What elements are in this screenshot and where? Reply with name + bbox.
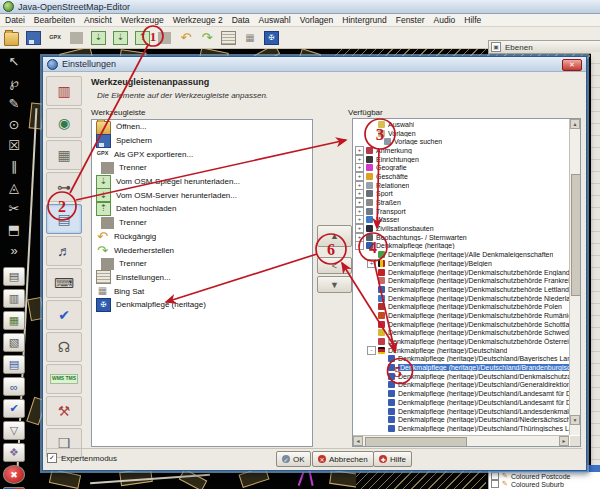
validator-panel-toggle-icon[interactable]: ✔ [3,399,25,418]
tree-row[interactable]: + Wasser [354,216,569,225]
ok-button[interactable]: ✓ OK [276,451,311,467]
osm-data-settings-icon[interactable]: ⊶ [46,172,82,202]
expander-icon[interactable]: + [355,207,364,216]
tree-row[interactable]: Denkmalpflege (heritage)/Deutschland/Lan… [354,398,569,407]
move-down-button[interactable]: ▼ [317,276,352,293]
toolbar-item-open[interactable]: Öffnen... [92,120,312,134]
style-checkbox[interactable] [491,472,499,480]
extrude-tool-icon[interactable]: ⬒ [3,219,25,239]
menu-item[interactable]: Ansicht [84,15,112,25]
tree-row[interactable]: + Relationen [354,181,569,190]
display-settings-icon[interactable]: ▥ [46,76,82,106]
expander-icon[interactable]: - [367,346,376,355]
tree-row[interactable]: Denkmalpflege (heritage)/Denkmalschutzbe… [354,311,569,320]
tree-row[interactable]: Denkmalpflege (heritage)/Deutschland/Bra… [354,363,569,372]
expander-icon[interactable]: + [355,189,364,198]
expander-icon[interactable]: + [355,198,364,207]
scrollbar-thumb[interactable] [365,437,467,447]
menu-item[interactable]: Vorlagen [300,15,334,25]
relations-panel-toggle-icon[interactable]: ▧ [3,333,25,352]
toolbar-settings-icon[interactable]: ▤ [46,204,82,234]
menu-item[interactable]: Auswahl [259,15,291,25]
help-button[interactable]: ✚ Hilfe [373,451,412,467]
style-item[interactable]: ✎ Coloured Postcode [489,472,600,480]
vertical-scrollbar[interactable]: ▲ ▼ [569,119,580,435]
validator-settings-icon[interactable]: ✔ [46,300,82,330]
tree-row[interactable]: Denkmalpflege (heritage)/Denkmalschutzbe… [354,337,569,346]
collapse-icon[interactable]: ▣ [491,42,501,52]
toolbar-item-separator[interactable]: Trenner [92,161,312,175]
tree-row[interactable]: Denkmalpflege (heritage)/Denkmalschutzbe… [354,302,569,311]
menu-item[interactable]: Data [232,15,250,25]
scrollbar-thumb[interactable] [571,174,581,296]
toolbar-item-preferences[interactable]: Einstellungen... [92,271,312,285]
menu-item[interactable]: Werkzeuge [121,15,164,25]
lasso-tool-icon[interactable]: ℘ [3,72,25,92]
expander-icon[interactable]: + [355,181,364,190]
expander-icon[interactable]: + [367,259,376,268]
download-mirror-icon[interactable]: ⇣ [91,30,106,46]
redo-icon[interactable]: ↷ [200,30,214,46]
window-titlebar[interactable]: Java-OpenStreetMap-Editor [0,0,600,14]
imagery-settings-icon[interactable]: WMS TMS [46,364,82,394]
selection-panel-toggle-icon[interactable]: ▦ [3,311,25,330]
menu-item[interactable]: Hilfe [464,15,481,25]
tree-row[interactable]: Denkmalpflege (heritage)/Denkmalschutzbe… [354,276,569,285]
layers-panel-header[interactable]: ▣ Ebenen [488,40,600,54]
menu-item[interactable]: Hintergrund [342,15,386,25]
menu-item[interactable]: Fenster [396,15,425,25]
cancel-button[interactable]: ✕ Abbrechen [312,451,374,467]
expander-icon[interactable]: + [355,163,364,172]
error-indicator-icon[interactable]: ✖ [3,465,25,484]
tree-row[interactable]: Denkmalpflege (heritage)/Deutschland/Bay… [354,355,569,364]
toolbar-item-download-mirror[interactable]: ⇣ Vom OSM-Spiegel herunterladen... [92,175,312,189]
expander-icon[interactable]: + [355,155,364,164]
toolbar-item-heritage[interactable]: ✠ Denkmalpflege (heritage) [92,298,312,312]
tree-row[interactable]: Denkmalpflege (heritage)/Deutschland/Den… [354,372,569,381]
commands-panel-toggle-icon[interactable]: ▤ [3,355,25,374]
layers-panel-toggle-icon[interactable]: ▤ [3,267,25,286]
toolbar-item-redo[interactable]: ↷ Wiederherstellen [92,243,312,257]
more-tools-icon[interactable]: » [3,240,25,260]
style-checkbox[interactable] [491,480,499,488]
tree-row[interactable]: Denkmalpflege (heritage)/Deutschland/Thü… [354,424,569,433]
menu-item[interactable]: Datei [5,15,25,25]
tree-row[interactable]: + Sport [354,190,569,199]
tree-row[interactable]: + Zivilisationsbauten [354,224,569,233]
connection-settings-icon[interactable]: ◉ [46,108,82,138]
menu-item[interactable]: Audio [434,15,456,25]
expander-icon[interactable]: - [355,241,364,250]
download-osm-icon[interactable]: ⇣ [113,30,128,46]
tree-row[interactable]: + Einrichtungen [354,155,569,164]
toolbar-item-bing[interactable]: ▦ Bing Sat [92,284,312,298]
add-to-toolbar-button[interactable]: < [317,257,352,274]
tree-row[interactable]: + Transport [354,207,569,216]
expander-icon[interactable]: + [355,215,364,224]
tree-row[interactable]: Denkmalpflege (heritage)/Deutschland/Lan… [354,389,569,398]
style-item[interactable]: ✎ Coloured Suburb [489,480,600,488]
heritage-icon[interactable]: ✠ [264,30,279,46]
tree-row[interactable]: Denkmalpflege (heritage)/Denkmalschutzbe… [354,294,569,303]
toolbar-item-gpx[interactable]: GPX Als GPX exportieren... [92,147,312,161]
tree-row[interactable]: Vorlagen [354,129,569,138]
undo-icon[interactable]: ↶ [179,30,193,46]
tree-row[interactable]: Auswahl [354,120,569,129]
menu-item[interactable]: Bearbeiten [34,15,75,25]
audio-settings-icon[interactable]: ♬ [46,236,82,266]
filter-panel-toggle-icon[interactable]: ▽ [3,421,25,440]
scroll-right-icon[interactable]: ► [559,436,569,446]
move-up-button[interactable]: ▲ [317,225,352,247]
scroll-down-icon[interactable]: ▼ [570,415,580,425]
upload-data-icon[interactable]: ⇡ [135,30,150,46]
delete-tool-icon[interactable]: ☒ [3,135,25,155]
toolbar-item-save[interactable]: Speichern [92,134,312,148]
toolbar-item-undo[interactable]: ↶ Rückgängig [92,230,312,244]
tree-row[interactable]: Denkmalpflege (heritage)/Deutschland/Lan… [354,407,569,416]
toolbar-item-separator[interactable]: Trenner [92,257,312,271]
gpx-export-icon[interactable]: GPX [48,30,62,46]
shortcuts-settings-icon[interactable]: ⌨ [46,268,82,298]
toolbar-item-download[interactable]: ⇣ Vom OSM-Server herunterladen... [92,188,312,202]
tree-row[interactable]: + Geschäfte [354,172,569,181]
tree-row[interactable]: Denkmalpflege (heritage)/Denkmalschutzbe… [354,268,569,277]
map-styles-panel-toggle-icon[interactable]: ❖ [3,443,25,462]
